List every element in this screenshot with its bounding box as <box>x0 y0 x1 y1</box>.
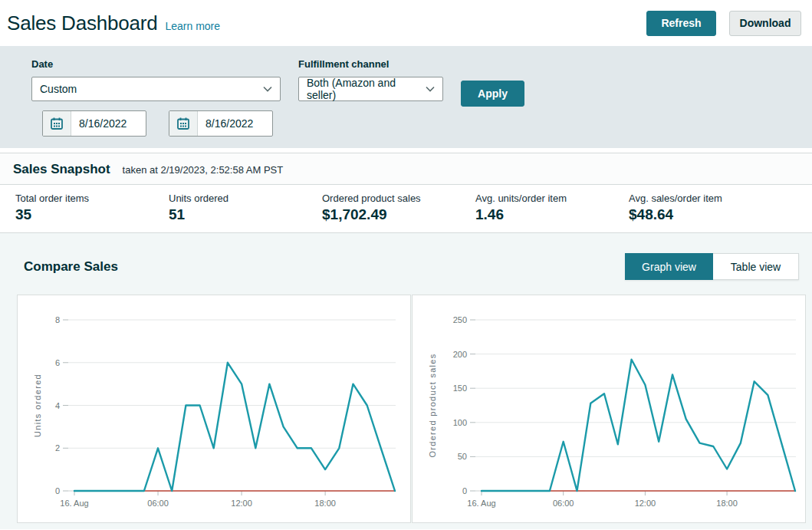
stat-total-order-items: Total order items 35 <box>15 193 169 232</box>
stat-value: 35 <box>15 206 169 223</box>
fulfillment-channel-select[interactable]: Both (Amazon and seller) <box>298 77 443 101</box>
graph-view-button[interactable]: Graph view <box>625 253 713 280</box>
svg-text:4: 4 <box>55 401 60 410</box>
fulfillment-channel-label: Fulfillment channel <box>298 58 443 70</box>
fulfillment-channel-value: Both (Amazon and seller) <box>307 77 419 101</box>
ordered-product-sales-chart: 05010015020025016. Aug06:0012:0018:00Ord… <box>413 295 807 524</box>
start-date-picker <box>42 110 146 137</box>
refresh-button[interactable]: Refresh <box>646 11 716 36</box>
date-label: Date <box>31 58 281 70</box>
page-title: Sales Dashboard <box>7 12 157 35</box>
stat-avg-sales-per-order-item: Avg. sales/order item $48.64 <box>629 193 782 232</box>
end-date-input[interactable] <box>198 111 272 136</box>
svg-text:0: 0 <box>462 486 467 495</box>
channel-filter-group: Fulfillment channel Both (Amazon and sel… <box>298 58 443 101</box>
stat-ordered-product-sales: Ordered product sales $1,702.49 <box>322 193 475 232</box>
start-date-input[interactable] <box>71 111 146 136</box>
svg-text:18:00: 18:00 <box>716 499 738 508</box>
stat-value: 1.46 <box>475 206 629 223</box>
svg-text:18:00: 18:00 <box>314 499 336 508</box>
stat-avg-units-per-order-item: Avg. units/order item 1.46 <box>475 193 629 232</box>
sales-snapshot-title: Sales Snapshot <box>13 162 110 177</box>
ordered-product-sales-chart-card: 05010015020025016. Aug06:0012:0018:00Ord… <box>412 295 806 523</box>
calendar-icon[interactable] <box>43 111 71 136</box>
filter-bar: Date Custom <box>0 46 812 148</box>
date-range-value: Custom <box>40 83 257 95</box>
svg-text:16. Aug: 16. Aug <box>467 499 495 508</box>
date-range-select[interactable]: Custom <box>31 77 281 101</box>
svg-text:06:00: 06:00 <box>553 499 574 508</box>
date-filter-group: Date Custom <box>31 58 281 137</box>
download-button[interactable]: Download <box>729 11 801 36</box>
svg-text:2: 2 <box>55 443 60 453</box>
compare-sales-section: Compare Sales Graph view Table view 0246… <box>0 232 812 529</box>
snapshot-timestamp: taken at 2/19/2023, 2:52:58 AM PST <box>123 164 284 176</box>
compare-sales-title: Compare Sales <box>24 259 118 275</box>
view-toggle: Graph view Table view <box>625 253 799 280</box>
svg-text:12:00: 12:00 <box>231 499 252 508</box>
stat-label: Units ordered <box>169 193 322 204</box>
stat-label: Avg. sales/order item <box>629 193 782 204</box>
svg-text:50: 50 <box>458 452 467 461</box>
snapshot-stats-row: Total order items 35 Units ordered 51 Or… <box>0 185 812 232</box>
svg-text:Units ordered: Units ordered <box>33 374 42 437</box>
apply-button[interactable]: Apply <box>461 81 524 107</box>
svg-text:250: 250 <box>453 315 467 324</box>
svg-text:200: 200 <box>453 350 467 359</box>
chevron-down-icon <box>426 86 435 92</box>
calendar-icon-glyph <box>50 117 64 130</box>
table-view-button[interactable]: Table view <box>713 253 799 280</box>
stat-units-ordered: Units ordered 51 <box>169 193 322 232</box>
page-header: Sales Dashboard Learn more Refresh Downl… <box>0 0 812 46</box>
svg-text:12:00: 12:00 <box>635 499 656 508</box>
svg-text:16. Aug: 16. Aug <box>60 499 88 508</box>
svg-text:8: 8 <box>55 315 60 324</box>
svg-text:06:00: 06:00 <box>147 499 169 508</box>
chevron-down-icon <box>263 86 272 92</box>
stat-value: $1,702.49 <box>322 206 475 223</box>
units-ordered-chart-card: 0246816. Aug06:0012:0018:00Units ordered <box>17 295 411 523</box>
stat-label: Avg. units/order item <box>475 193 629 204</box>
sales-snapshot-band: Sales Snapshot taken at 2/19/2023, 2:52:… <box>0 153 812 185</box>
svg-text:150: 150 <box>453 384 467 393</box>
stat-value: 51 <box>169 206 322 223</box>
stat-label: Ordered product sales <box>322 193 475 204</box>
svg-text:0: 0 <box>55 486 60 495</box>
calendar-icon[interactable] <box>169 111 198 136</box>
svg-text:6: 6 <box>55 358 60 367</box>
learn-more-link[interactable]: Learn more <box>165 20 220 32</box>
stat-label: Total order items <box>15 193 169 204</box>
calendar-icon-glyph <box>176 117 190 130</box>
units-ordered-chart: 0246816. Aug06:0012:0018:00Units ordered <box>18 295 412 524</box>
svg-text:Ordered product sales: Ordered product sales <box>428 353 437 457</box>
end-date-picker <box>169 110 273 137</box>
svg-text:100: 100 <box>453 418 467 427</box>
stat-value: $48.64 <box>629 206 782 223</box>
